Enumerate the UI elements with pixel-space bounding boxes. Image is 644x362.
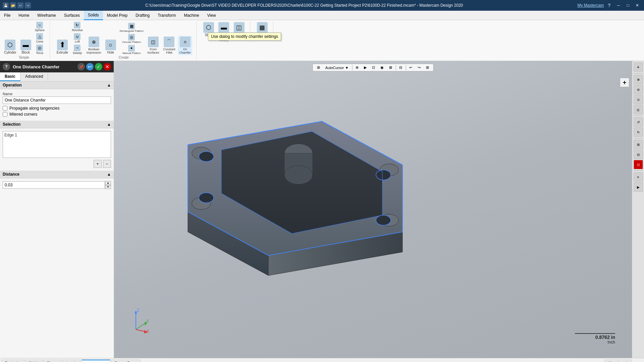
selection-section-header[interactable]: Selection ▲: [0, 121, 114, 128]
menu-view[interactable]: View: [203, 11, 220, 20]
extrude-icon: ⬆: [57, 40, 68, 50]
operation-section-header[interactable]: Operation ▲: [0, 81, 114, 89]
rs-btn-10[interactable]: ⊡: [634, 160, 643, 169]
ribbon-btn-revolve[interactable]: ↻ Revolve: [71, 21, 84, 32]
viewport-btn-4[interactable]: ⊡: [370, 65, 377, 70]
rs-btn-11[interactable]: ≡: [634, 172, 643, 182]
btab-levels[interactable]: Levels: [63, 360, 81, 362]
panel-info-button[interactable]: ↩: [86, 63, 94, 70]
maximize-button[interactable]: □: [624, 2, 632, 9]
panel-ok-button[interactable]: ✓: [95, 63, 102, 70]
operation-section-content: Name Propagate along tangencies Mitered …: [0, 89, 114, 121]
viewsheet-add-button[interactable]: +: [634, 360, 640, 362]
ribbon-btn-rect-pattern[interactable]: ▦ Rectangular Pattern: [119, 22, 145, 33]
save-icon[interactable]: 💾: [3, 2, 9, 8]
rs-btn-4[interactable]: ⊙: [634, 95, 643, 104]
open-icon[interactable]: 📂: [10, 2, 16, 8]
distance-section-header[interactable]: Distance ▲: [0, 171, 114, 178]
ribbon-btn-cylinder[interactable]: ⬡ Cylinder: [3, 39, 18, 55]
rs-btn-5[interactable]: ◎: [634, 105, 643, 114]
ribbon-btn-boolean[interactable]: ⊕ BooleanImpression: [85, 36, 103, 55]
menu-modelprep[interactable]: Model Prep: [103, 11, 131, 20]
titlebar: 💾 📂 ↩ ↪ C:\Users\imac\Training\Google Dr…: [0, 0, 644, 11]
mitered-checkbox[interactable]: [3, 112, 7, 117]
tab-basic[interactable]: Basic: [0, 72, 20, 81]
zoom-in-button[interactable]: +: [620, 78, 629, 87]
menu-drafting[interactable]: Drafting: [131, 11, 154, 20]
menu-solids[interactable]: Solids: [84, 11, 103, 20]
ribbon-btn-drawing1[interactable]: ▦: [256, 21, 269, 34]
ribbon-btn-torus[interactable]: ◎ Torus: [34, 44, 46, 55]
ribbon-btn-constant-fillet[interactable]: ⌒ ConstantFillet: [162, 36, 176, 55]
undo-icon[interactable]: ↩: [17, 2, 23, 8]
viewport-btn-1[interactable]: ⊞: [315, 65, 322, 70]
propagate-checkbox[interactable]: [3, 106, 7, 111]
viewport-btn-3[interactable]: ▶: [362, 65, 369, 70]
help-button[interactable]: ?: [3, 63, 10, 70]
svg-text:X: X: [146, 329, 149, 334]
ribbon-btn-extrude[interactable]: ⬆ Extrude: [55, 39, 69, 55]
viewport-btn-6[interactable]: ⊠: [387, 65, 394, 70]
btab-toolpaths[interactable]: Toolpaths: [1, 360, 24, 362]
distance-increment-button[interactable]: ▲: [105, 181, 111, 185]
viewport-btn-9[interactable]: ↪: [416, 65, 423, 70]
viewport-btn-5[interactable]: ◉: [378, 65, 386, 70]
minimize-button[interactable]: ─: [614, 2, 623, 9]
rs-btn-1[interactable]: +: [634, 62, 643, 72]
propagate-checkbox-row[interactable]: Propagate along tangencies: [3, 106, 111, 111]
ribbon-btn-cone[interactable]: △ Cone: [34, 33, 46, 44]
rs-btn-2[interactable]: ⊕: [634, 75, 643, 84]
help-icon[interactable]: ?: [608, 3, 610, 8]
menu-machine[interactable]: Machine: [180, 11, 203, 20]
btab-solids[interactable]: Solids: [25, 360, 43, 362]
rs-btn-3[interactable]: ⊖: [634, 85, 643, 94]
rs-btn-6[interactable]: ↺: [634, 117, 643, 127]
viewport-btn-10[interactable]: ⊞: [424, 65, 431, 70]
rs-btn-9[interactable]: ⊟: [634, 150, 643, 159]
btab-onedistance[interactable]: One Distan...: [82, 360, 110, 362]
scale-unit: Inch: [575, 340, 615, 345]
menu-wireframe[interactable]: Wireframe: [33, 11, 60, 20]
mastercam-link[interactable]: My Mastercam: [578, 3, 604, 8]
viewport-btn-2[interactable]: ⊕: [354, 65, 361, 70]
ribbon-btn-block[interactable]: ▬ Block: [19, 39, 33, 55]
ribbon-btn-loft[interactable]: ∪ Loft: [71, 33, 84, 44]
ribbon-btn-circ-pattern[interactable]: ◎ Circular Pattern: [119, 34, 145, 44]
redo-icon[interactable]: ↪: [25, 2, 31, 8]
panel-close-button[interactable]: ✕: [104, 63, 111, 70]
mitered-checkbox-row[interactable]: Mitered corners: [3, 112, 111, 117]
btab-recentfun[interactable]: Recent Fun...: [111, 360, 141, 362]
name-input[interactable]: [3, 97, 111, 104]
autocursor-button[interactable]: AutoCursor ▼: [323, 65, 351, 70]
sphere-icon: ○: [36, 22, 43, 28]
ribbon-btn-sweep[interactable]: ~ Sweep: [71, 44, 84, 55]
selection-add-button[interactable]: +: [94, 160, 102, 168]
distance-input[interactable]: [3, 181, 105, 189]
viewsheet1-tab[interactable]: Viewsheet 1: [604, 360, 632, 362]
menu-surfaces[interactable]: Surfaces: [60, 11, 84, 20]
menu-transform[interactable]: Transform: [154, 11, 180, 20]
ribbon-btn-from-surfaces[interactable]: ◫ FromSurfaces: [146, 36, 161, 55]
menu-file[interactable]: File: [0, 11, 14, 20]
rs-btn-7[interactable]: ↻: [634, 127, 643, 137]
distance-decrement-button[interactable]: ▼: [105, 185, 111, 189]
menu-home[interactable]: Home: [14, 11, 33, 20]
ribbon-btn-sphere[interactable]: ○ Sphere: [34, 21, 46, 32]
btab-planes[interactable]: Planes: [43, 360, 62, 362]
panel-title-bar: ? One Distance Chamfer 📌 ↩ ✓ ✕: [0, 61, 114, 72]
selection-remove-button[interactable]: −: [103, 160, 111, 168]
ribbon-btn-manual-pattern[interactable]: ✦ Manual Pattern: [119, 45, 145, 55]
ribbon-group-simple-label: Simple: [19, 56, 30, 59]
viewport-btn-8[interactable]: ↩: [407, 65, 414, 70]
viewport[interactable]: ⊞ AutoCursor ▼ ⊕ ▶ ⊡ ◉ ⊠ ⊟ ↩ ↪ ⊞: [114, 61, 632, 358]
ribbon-btn-on-chamfer[interactable]: ⌗ OnChamfer: [178, 36, 192, 55]
distance-collapse-icon: ▲: [107, 172, 111, 177]
operation-section-label: Operation: [3, 83, 22, 87]
rs-btn-12[interactable]: ▶: [634, 182, 643, 192]
rs-btn-8[interactable]: ⊞: [634, 140, 643, 149]
close-button[interactable]: ✕: [633, 2, 641, 9]
tab-advanced[interactable]: Advanced: [20, 72, 48, 81]
panel-pin-button[interactable]: 📌: [77, 63, 85, 70]
viewport-btn-7[interactable]: ⊟: [397, 65, 404, 70]
ribbon-btn-hole[interactable]: ○ Hole: [104, 39, 117, 55]
